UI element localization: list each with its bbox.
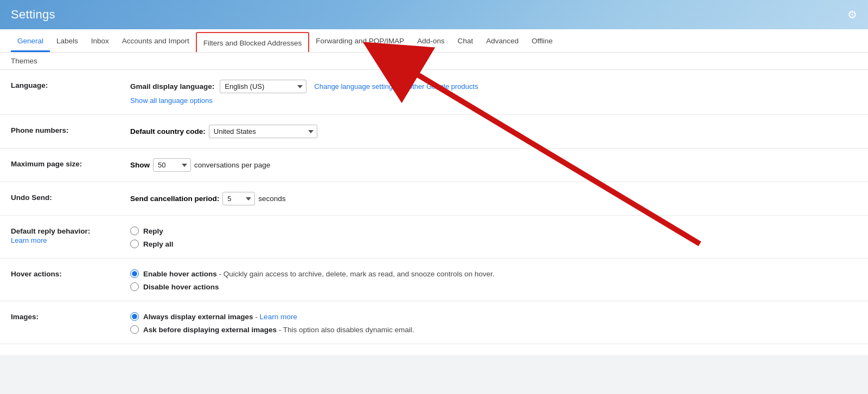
language-label-col: Language: xyxy=(11,80,130,89)
default-reply-label-col: Default reply behavior: Learn more xyxy=(11,225,130,244)
tab-add-ons[interactable]: Add-ons xyxy=(411,29,451,52)
undo-send-inline: Send cancellation period: 5 seconds xyxy=(130,192,857,205)
show-all-language-link[interactable]: Show all language options xyxy=(130,96,857,105)
hover-label-col: Hover actions: xyxy=(11,268,130,278)
tab-offline[interactable]: Offline xyxy=(525,29,559,52)
undo-send-label-col: Undo Send: xyxy=(11,192,130,202)
max-page-inline: Show 50 conversations per page xyxy=(130,158,857,172)
themes-row[interactable]: Themes xyxy=(0,53,868,70)
tab-chat[interactable]: Chat xyxy=(451,29,480,52)
phone-value-col: Default country code: United States xyxy=(130,125,857,138)
reply-radio[interactable] xyxy=(130,227,139,235)
undo-period-select[interactable]: 5 xyxy=(222,192,255,205)
language-label: Language: xyxy=(11,81,48,89)
tabs-container: General Labels Inbox Accounts and Import… xyxy=(0,29,868,53)
images-value-col: Always display external images - Learn m… xyxy=(130,311,857,334)
change-language-link[interactable]: Change language settings for other Googl… xyxy=(314,82,478,91)
default-reply-row: Default reply behavior: Learn more Reply… xyxy=(0,216,868,259)
max-page-size-row: Maximum page size: Show 50 conversations… xyxy=(0,148,868,182)
default-reply-value-col: Reply Reply all xyxy=(130,225,857,248)
tab-accounts-import[interactable]: Accounts and Import xyxy=(116,29,196,52)
images-learn-more-link[interactable]: Learn more xyxy=(260,313,297,321)
enable-hover-option[interactable]: Enable hover actions - Quickly gain acce… xyxy=(130,269,857,278)
ask-before-option[interactable]: Ask before displaying external images - … xyxy=(130,325,857,334)
language-row: Language: Gmail display language: Englis… xyxy=(0,70,868,115)
display-language-label: Gmail display language: xyxy=(130,82,214,91)
images-row: Images: Always display external images -… xyxy=(0,301,868,344)
default-reply-options: Reply Reply all xyxy=(130,225,857,248)
enable-hover-radio[interactable] xyxy=(130,269,139,278)
ask-before-label: Ask before displaying external images - … xyxy=(143,326,414,334)
max-page-value-col: Show 50 conversations per page xyxy=(130,158,857,172)
page-size-select[interactable]: 50 xyxy=(153,158,191,172)
hover-actions-row: Hover actions: Enable hover actions - Qu… xyxy=(0,259,868,301)
themes-label: Themes xyxy=(11,57,37,65)
tab-inbox[interactable]: Inbox xyxy=(85,29,116,52)
page-wrapper: Settings ⚙ General Labels Inbox Accounts… xyxy=(0,0,868,394)
undo-send-row: Undo Send: Send cancellation period: 5 s… xyxy=(0,182,868,216)
reply-label: Reply xyxy=(143,227,163,235)
tab-forwarding-pop-imap[interactable]: Forwarding and POP/IMAP xyxy=(309,29,411,52)
undo-send-value-col: Send cancellation period: 5 seconds xyxy=(130,192,857,205)
gear-icon[interactable]: ⚙ xyxy=(847,8,857,21)
phone-numbers-row: Phone numbers: Default country code: Uni… xyxy=(0,115,868,148)
hover-label: Hover actions: xyxy=(11,270,62,278)
language-select[interactable]: English (US) xyxy=(220,80,307,93)
settings-content: Language: Gmail display language: Englis… xyxy=(0,70,868,355)
disable-hover-label: Disable hover actions xyxy=(143,283,219,291)
enable-hover-label: Enable hover actions - Quickly gain acce… xyxy=(143,270,495,278)
page-title: Settings xyxy=(11,8,55,22)
max-page-label-col: Maximum page size: xyxy=(11,158,130,168)
tab-advanced[interactable]: Advanced xyxy=(480,29,525,52)
always-display-option[interactable]: Always display external images - Learn m… xyxy=(130,312,857,321)
tab-general[interactable]: General xyxy=(11,29,50,52)
images-label-col: Images: xyxy=(11,311,130,321)
reply-all-option[interactable]: Reply all xyxy=(130,240,857,248)
default-reply-learn-more[interactable]: Learn more xyxy=(11,236,130,244)
tab-labels[interactable]: Labels xyxy=(50,29,85,52)
phone-label: Phone numbers: xyxy=(11,126,69,134)
max-page-label: Maximum page size: xyxy=(11,160,82,168)
disable-hover-radio[interactable] xyxy=(130,282,139,291)
images-options: Always display external images - Learn m… xyxy=(130,311,857,334)
country-select[interactable]: United States xyxy=(209,125,317,138)
default-country-label: Default country code: xyxy=(130,127,206,135)
phone-label-col: Phone numbers: xyxy=(11,125,130,134)
undo-send-label: Undo Send: xyxy=(11,193,52,202)
header: Settings ⚙ xyxy=(0,0,868,29)
reply-all-radio[interactable] xyxy=(130,240,139,248)
default-reply-label: Default reply behavior: xyxy=(11,227,90,235)
always-display-label: Always display external images - Learn m… xyxy=(143,313,297,321)
reply-option[interactable]: Reply xyxy=(130,227,857,235)
ask-before-radio[interactable] xyxy=(130,325,139,334)
disable-hover-option[interactable]: Disable hover actions xyxy=(130,282,857,291)
language-value-col: Gmail display language: English (US) Cha… xyxy=(130,80,857,105)
hover-options: Enable hover actions - Quickly gain acce… xyxy=(130,268,857,291)
phone-inline: Default country code: United States xyxy=(130,125,857,138)
show-label: Show xyxy=(130,161,150,169)
always-display-radio[interactable] xyxy=(130,312,139,321)
per-page-label: conversations per page xyxy=(194,161,270,169)
cancellation-label: Send cancellation period: xyxy=(130,195,219,203)
reply-all-label: Reply all xyxy=(143,240,174,248)
tab-filters-blocked[interactable]: Filters and Blocked Addresses xyxy=(196,32,310,53)
language-line: Gmail display language: English (US) Cha… xyxy=(130,80,857,93)
images-label: Images: xyxy=(11,313,39,321)
hover-value-col: Enable hover actions - Quickly gain acce… xyxy=(130,268,857,291)
seconds-label: seconds xyxy=(258,195,285,203)
